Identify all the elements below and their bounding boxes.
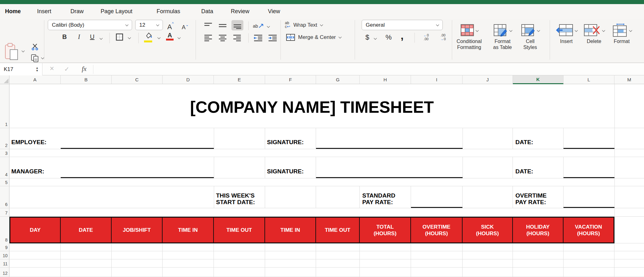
column-header-c[interactable]: C bbox=[112, 75, 163, 84]
cell[interactable] bbox=[614, 259, 644, 267]
cell[interactable] bbox=[61, 268, 112, 277]
font-color-chevron[interactable] bbox=[178, 36, 181, 39]
formula-input[interactable] bbox=[94, 63, 644, 75]
cell[interactable] bbox=[360, 268, 411, 277]
underline-chevron[interactable] bbox=[100, 37, 103, 40]
column-header-h[interactable]: H bbox=[360, 75, 411, 84]
borders-button[interactable] bbox=[116, 33, 123, 42]
cell[interactable] bbox=[614, 128, 644, 149]
font-name-select[interactable]: Calibri (Body) bbox=[48, 20, 132, 30]
percent-button[interactable]: % bbox=[386, 33, 392, 41]
cell-standard-rate-label[interactable]: STANDARD PAY RATE: bbox=[360, 186, 411, 208]
column-header-l[interactable]: L bbox=[564, 75, 614, 84]
increase-decimal-button[interactable]: ←0 .00 bbox=[419, 33, 433, 41]
fill-color-button[interactable] bbox=[144, 32, 153, 42]
tab-draw[interactable]: Draw bbox=[70, 4, 84, 19]
column-header-b[interactable]: B bbox=[61, 75, 112, 84]
delete-cells-button[interactable]: Delete bbox=[580, 22, 608, 44]
date-line[interactable] bbox=[564, 128, 614, 149]
tab-page-layout[interactable]: Page Layout bbox=[101, 4, 132, 19]
row-header-3[interactable]: 3 bbox=[0, 149, 9, 157]
column-header-g[interactable]: G bbox=[316, 75, 360, 84]
header-cell-time-out-1[interactable]: TIME OUT bbox=[214, 218, 265, 242]
overtime-rate-line[interactable] bbox=[564, 186, 614, 208]
cell[interactable] bbox=[360, 243, 411, 251]
cell[interactable] bbox=[564, 259, 614, 267]
standard-rate-line[interactable] bbox=[411, 186, 463, 208]
paste-button[interactable] bbox=[4, 43, 19, 62]
row-header-2[interactable]: 2 bbox=[0, 128, 9, 149]
cell[interactable] bbox=[163, 259, 214, 267]
cell-signature-label[interactable]: SIGNATURE: bbox=[265, 128, 316, 149]
header-cell-date[interactable]: DATE bbox=[61, 218, 112, 242]
cell[interactable] bbox=[9, 149, 614, 157]
bold-button[interactable]: B bbox=[62, 33, 67, 41]
cancel-icon[interactable]: × bbox=[50, 64, 54, 73]
column-header-a[interactable]: A bbox=[9, 75, 61, 84]
header-cell-overtime-hours[interactable]: OVERTIME (HOURS) bbox=[411, 218, 463, 242]
cell[interactable] bbox=[463, 268, 513, 277]
header-cell-time-out-2[interactable]: TIME OUT bbox=[316, 218, 360, 242]
header-cell-holiday-hours[interactable]: HOLIDAY (HOURS) bbox=[513, 218, 564, 242]
header-cell-job-shift[interactable]: JOB/SHIFT bbox=[112, 218, 163, 242]
cell[interactable] bbox=[265, 268, 316, 277]
cut-icon[interactable] bbox=[31, 43, 39, 52]
row-header-4[interactable]: 4 bbox=[0, 157, 9, 178]
column-header-j[interactable]: J bbox=[463, 75, 513, 84]
font-size-select[interactable]: 12 bbox=[135, 20, 163, 30]
number-format-select[interactable]: General bbox=[362, 20, 443, 30]
align-middle-button[interactable] bbox=[218, 22, 227, 30]
cell[interactable] bbox=[463, 259, 513, 267]
cell[interactable] bbox=[9, 268, 61, 277]
enter-icon[interactable]: ✓ bbox=[64, 65, 69, 73]
cell-manager-label[interactable]: MANAGER: bbox=[9, 157, 61, 178]
cell[interactable] bbox=[214, 243, 265, 251]
cell[interactable] bbox=[614, 251, 644, 259]
cell[interactable] bbox=[411, 243, 463, 251]
header-cell-sick-hours[interactable]: SICK (HOURS) bbox=[463, 218, 513, 242]
cell[interactable] bbox=[614, 243, 644, 251]
cell[interactable] bbox=[316, 259, 360, 267]
cell-week-start-label[interactable]: THIS WEEK'S START DATE: bbox=[214, 186, 265, 208]
column-header-e[interactable]: E bbox=[214, 75, 265, 84]
insert-function-icon[interactable]: fx bbox=[82, 65, 86, 73]
column-header-k-selected[interactable]: K bbox=[513, 75, 564, 84]
cell[interactable] bbox=[61, 251, 112, 259]
cell[interactable] bbox=[112, 268, 163, 277]
cell[interactable] bbox=[513, 259, 564, 267]
cell[interactable] bbox=[614, 217, 644, 243]
cell[interactable] bbox=[513, 268, 564, 277]
borders-chevron[interactable] bbox=[128, 36, 131, 39]
orientation-chevron[interactable] bbox=[267, 25, 270, 28]
tab-view[interactable]: View bbox=[268, 4, 280, 19]
cell[interactable] bbox=[463, 186, 513, 208]
cell-signature-label[interactable]: SIGNATURE: bbox=[265, 157, 316, 178]
copy-dropdown-chevron[interactable] bbox=[41, 56, 44, 59]
cell[interactable] bbox=[265, 186, 316, 208]
spinner-down-icon[interactable]: ▼ bbox=[36, 69, 39, 72]
cell[interactable] bbox=[316, 251, 360, 259]
cell[interactable] bbox=[463, 243, 513, 251]
column-header-f[interactable]: F bbox=[265, 75, 316, 84]
align-right-button[interactable] bbox=[233, 34, 242, 43]
cell[interactable] bbox=[163, 243, 214, 251]
row-header-5[interactable]: 5 bbox=[0, 178, 9, 186]
cell[interactable] bbox=[463, 128, 513, 149]
cell[interactable] bbox=[214, 251, 265, 259]
cell[interactable] bbox=[614, 149, 644, 157]
row-header-6[interactable]: 6 bbox=[0, 186, 9, 208]
cell[interactable] bbox=[411, 251, 463, 259]
cell[interactable] bbox=[564, 243, 614, 251]
decrease-decimal-button[interactable]: .00 →0 bbox=[436, 33, 450, 41]
fill-color-chevron[interactable] bbox=[158, 36, 161, 39]
cell[interactable] bbox=[564, 268, 614, 277]
tab-data[interactable]: Data bbox=[201, 4, 213, 19]
header-cell-time-in-2[interactable]: TIME IN bbox=[265, 218, 316, 242]
currency-chevron[interactable] bbox=[374, 37, 377, 40]
date-line[interactable] bbox=[564, 157, 614, 178]
signature-line[interactable] bbox=[316, 157, 463, 178]
tab-home[interactable]: Home bbox=[5, 4, 21, 19]
row-header-12[interactable]: 12 bbox=[0, 268, 9, 277]
cell-date-label[interactable]: DATE: bbox=[513, 128, 564, 149]
cell[interactable] bbox=[112, 259, 163, 267]
